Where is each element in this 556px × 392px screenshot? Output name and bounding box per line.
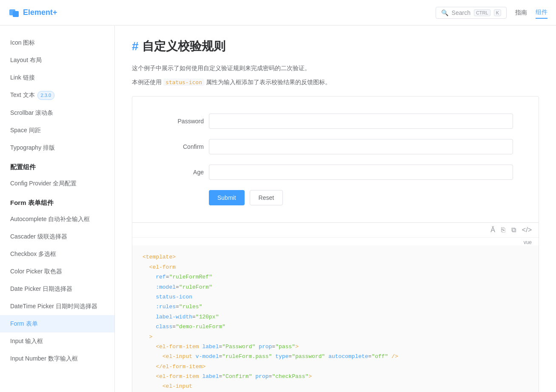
age-label: Age [158,169,209,176]
code-line-8: class="demo-ruleForm" [143,322,528,332]
password-label: Password [158,118,209,125]
description-2: 本例还使用 status-icon 属性为输入框添加了表示校验结果的反馈图标。 [132,77,539,88]
layout: Icon 图标 Layout 布局 Link 链接 Text 文本2.3.0 S… [0,0,556,392]
sidebar-item-layout[interactable]: Layout 布局 [0,51,114,69]
code-line-11: <el-input v-model="ruleForm.pass" type="… [143,352,528,361]
code-line-5: status-icon [143,292,528,302]
confirm-input[interactable] [209,139,513,154]
header: Element+ 🔍 Search CTRL K 指南 组件 [0,0,556,26]
header-right: 🔍 Search CTRL K 指南 组件 [436,7,547,19]
form-item-age: Age [158,165,513,180]
logo-text: Element+ [23,8,57,17]
nav-component[interactable]: 组件 [536,7,547,19]
sidebar-item-text[interactable]: Text 文本2.3.0 [0,86,114,104]
form-item-password: Password [158,114,513,129]
code-line-13: <el-form-item label="Confirm" prop="chec… [143,372,528,381]
code-line-12: </el-form-item> [143,362,528,372]
sidebar-item-scrollbar[interactable]: Scrollbar 滚动条 [0,104,114,122]
search-icon: 🔍 [441,9,448,16]
description-1: 这个例子中展示了如何使用自定义验证规则来完成密码的二次验证。 [132,63,539,74]
main-content: # 自定义校验规则 这个例子中展示了如何使用自定义验证规则来完成密码的二次验证。… [115,26,556,392]
code-line-4: :model="ruleForm" [143,282,528,292]
sidebar-item-datetime-picker[interactable]: DateTime Picker 日期时间选择器 [0,298,114,315]
desc2-suffix: 属性为输入框添加了表示校验结果的反馈图标。 [204,79,331,85]
logo[interactable]: Element+ [9,7,57,19]
sidebar-item-cascader[interactable]: Cascader 级联选择器 [0,228,114,245]
sidebar-item-link[interactable]: Link 链接 [0,69,114,86]
code-area: <template> <el-form ref="ruleFormRef" :m… [132,245,539,392]
reset-button[interactable]: Reset [250,190,283,205]
code-line-2: <el-form [143,262,528,272]
search-label: Search [452,9,470,16]
sidebar-item-typography[interactable]: Typography 排版 [0,139,114,156]
code-line-14: <el-input [143,381,528,391]
sidebar-item-autocomplete[interactable]: Autocomplete 自动补全输入框 [0,210,114,228]
sidebar-item-space[interactable]: Space 间距 [0,122,114,139]
form-item-confirm: Confirm [158,139,513,154]
code-icon-expand[interactable]: ⧉ [511,226,516,234]
code-icon-a[interactable]: Ā [490,226,495,234]
code-line-1: <template> [143,252,528,262]
sidebar-item-input-number[interactable]: Input Number 数字输入框 [0,350,114,367]
kbd-k: K [494,9,501,16]
password-input[interactable] [209,114,513,129]
code-icon-code[interactable]: </> [522,226,532,234]
sidebar-item-date-picker[interactable]: Date Picker 日期选择器 [0,280,114,298]
page-title-text: 自定义校验规则 [142,38,225,54]
demo-box: Password Confirm Age Submit Reset [132,96,539,392]
sidebar-item-checkbox[interactable]: Checkbox 多选框 [0,245,114,263]
code-line-9: > [143,332,528,342]
sidebar: Icon 图标 Layout 布局 Link 链接 Text 文本2.3.0 S… [0,26,115,392]
confirm-label: Confirm [158,143,209,150]
nav-guide[interactable]: 指南 [515,7,527,18]
desc2-prefix: 本例还使用 [132,79,163,85]
code-toolbar: Ā ⎘ ⧉ </> [132,223,539,238]
page-title: # 自定义校验规则 [132,38,539,54]
logo-icon [9,7,20,19]
sidebar-item-form[interactable]: Form 表单 [0,315,114,332]
submit-button[interactable]: Submit [209,190,245,205]
search-button[interactable]: 🔍 Search CTRL K [436,7,507,19]
age-input[interactable] [209,165,513,180]
demo-form: Password Confirm Age Submit Reset [132,97,539,222]
code-line-3: ref="ruleFormRef" [143,272,528,282]
code-type-label: vue [132,238,539,245]
sidebar-item-config-provider[interactable]: Config Provider 全局配置 [0,175,114,192]
code-line-10: <el-form-item label="Password" prop="pas… [143,342,528,352]
sidebar-group-form: Form 表单组件 [0,192,114,210]
form-actions: Submit Reset [158,190,513,205]
sidebar-group-config: 配置组件 [0,156,114,175]
text-badge: 2.3.0 [37,91,54,100]
page-title-hash: # [132,40,139,53]
sidebar-item-input[interactable]: Input 输入框 [0,332,114,350]
kbd-ctrl: CTRL [474,9,490,16]
code-line-7: label-width="120px" [143,312,528,322]
code-icon-copy[interactable]: ⎘ [501,226,505,234]
svg-rect-1 [13,11,19,17]
sidebar-item-color-picker[interactable]: Color Picker 取色器 [0,263,114,280]
code-line-6: :rules="rules" [143,302,528,312]
code-box: Ā ⎘ ⧉ </> vue <template> <el-form ref="r… [132,222,539,392]
desc2-code: status-icon [163,79,204,86]
sidebar-item-icon[interactable]: Icon 图标 [0,34,114,51]
